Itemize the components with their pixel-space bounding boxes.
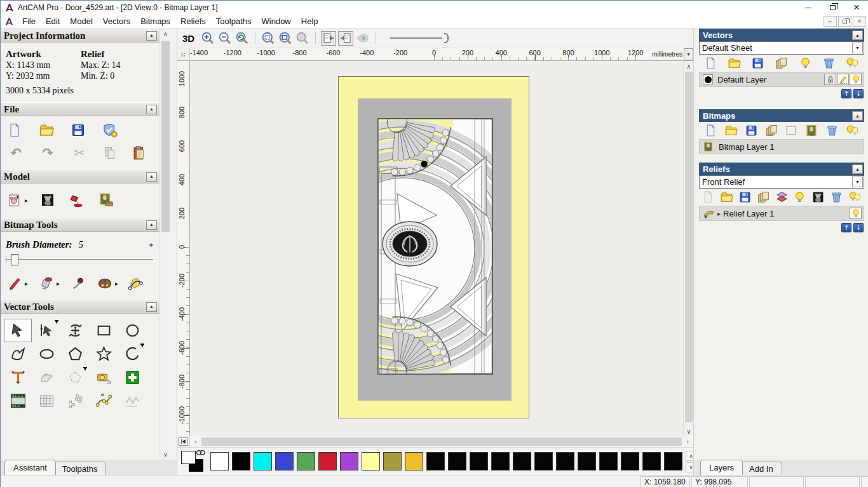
flyout-arrow-icon[interactable]: ▸ — [57, 280, 62, 287]
palette-colour-12[interactable] — [470, 452, 488, 470]
palette-colour-14[interactable] — [513, 452, 531, 470]
flyout-arrow-icon[interactable]: ▸ — [115, 280, 120, 287]
contrast-slider-handle[interactable] — [444, 33, 449, 43]
sheet-select[interactable]: Default Sheet ▼ — [699, 41, 864, 55]
flood-fill-icon[interactable] — [39, 276, 54, 291]
vector-layer-row[interactable]: Default Layer — [699, 72, 864, 87]
tab-addin[interactable]: Add In — [740, 462, 782, 475]
menu-edit[interactable]: Edit — [41, 15, 65, 27]
slider-handle[interactable] — [11, 254, 18, 265]
scroll-down-arrow[interactable]: ∨ — [160, 449, 171, 460]
save-layer-icon[interactable] — [745, 124, 758, 137]
lock-layer-button[interactable] — [824, 74, 836, 85]
paint-brush-icon[interactable] — [7, 276, 22, 291]
delete-layer-icon[interactable] — [825, 124, 839, 137]
palette-colour-2[interactable] — [254, 452, 272, 470]
collapse-button[interactable]: ▲ — [146, 31, 157, 41]
flyout-arrow-icon[interactable]: ▸ — [25, 197, 30, 204]
toggle-vector-visibility-button[interactable] — [338, 31, 353, 46]
create-circle-tool[interactable] — [118, 319, 146, 342]
zoom-selection-icon[interactable] — [261, 30, 276, 46]
palette-colour-13[interactable] — [491, 452, 510, 470]
bitmap-preview-icon[interactable] — [805, 124, 818, 137]
save-layer-icon[interactable] — [738, 190, 752, 204]
combine-relief-icon[interactable] — [775, 190, 789, 204]
new-layer-icon[interactable] — [704, 57, 717, 70]
restore-button[interactable] — [820, 1, 844, 15]
collapse-button[interactable]: ▲ — [146, 220, 157, 230]
create-rectangle-tool[interactable] — [90, 319, 118, 342]
measure-tool[interactable] — [90, 366, 118, 389]
zoom-fit-icon[interactable] — [278, 30, 293, 46]
scroll-right-arrow[interactable]: › — [683, 436, 692, 447]
set-model-size-icon[interactable] — [7, 192, 22, 208]
scroll-down-arrow[interactable]: ∨ — [684, 426, 694, 436]
bitmap-to-vector-icon[interactable] — [128, 276, 143, 291]
flyout-arrow-icon[interactable]: ▸ — [25, 280, 30, 287]
redo-icon[interactable]: ↷ — [39, 145, 57, 161]
menu-toolpaths[interactable]: Toolpaths — [211, 15, 257, 27]
palette-colour-21[interactable] — [664, 452, 682, 470]
palette-colour-11[interactable] — [448, 452, 466, 470]
palette-colour-18[interactable] — [599, 452, 618, 470]
open-layer-icon[interactable] — [724, 124, 738, 137]
palette-colour-20[interactable] — [642, 452, 661, 470]
light-setup-icon[interactable] — [69, 192, 85, 208]
chevron-down-icon[interactable]: ▼ — [852, 177, 863, 187]
delete-layer-icon[interactable] — [830, 190, 843, 204]
collapse-button[interactable]: ▲ — [146, 172, 157, 182]
toggle-all-layers-icon[interactable] — [848, 190, 862, 204]
menu-window[interactable]: Window — [257, 15, 296, 27]
copy-icon[interactable] — [102, 145, 118, 161]
menu-reliefs[interactable]: Reliefs — [175, 15, 211, 27]
collapse-button[interactable]: ▲ — [146, 302, 157, 312]
nesting-tool[interactable] — [118, 389, 146, 413]
tab-assistant[interactable]: Assistant — [4, 460, 56, 475]
scrollbar-thumb[interactable] — [685, 72, 693, 422]
save-model-icon[interactable] — [71, 123, 86, 138]
palette-colour-7[interactable] — [362, 452, 380, 470]
colour-palette-icon[interactable] — [97, 276, 112, 291]
delete-layer-icon[interactable] — [822, 57, 836, 70]
menu-file[interactable]: File — [17, 15, 41, 27]
create-text-tool[interactable] — [4, 366, 32, 389]
move-layer-down-button[interactable]: ↓ — [853, 223, 864, 232]
contrast-slider[interactable] — [390, 32, 449, 44]
toggle-all-layers-icon[interactable] — [846, 57, 859, 70]
palette-colour-19[interactable] — [621, 452, 639, 470]
menu-vectors[interactable]: Vectors — [98, 15, 135, 27]
toggle-all-layers-icon[interactable] — [846, 124, 859, 137]
scroll-up-arrow[interactable]: ∧ — [160, 29, 171, 39]
chevron-down-icon[interactable]: ▼ — [852, 43, 863, 53]
open-layer-icon[interactable] — [728, 57, 741, 70]
scrollbar-thumb[interactable] — [201, 437, 682, 446]
toggle-visibility-icon[interactable] — [793, 190, 806, 204]
envelope-distort-tool[interactable] — [32, 389, 60, 413]
open-layer-icon[interactable] — [720, 190, 733, 204]
palette-colour-0[interactable] — [210, 452, 229, 470]
snap-layer-button[interactable] — [837, 74, 849, 85]
wrap-text-tool[interactable] — [32, 366, 60, 389]
relief-select[interactable]: Front Relief ▼ — [699, 175, 864, 189]
palette-colour-1[interactable] — [232, 452, 250, 470]
menu-model[interactable]: Model — [65, 15, 97, 27]
create-polyline-tool[interactable] — [4, 342, 32, 366]
mdi-restore-button[interactable] — [838, 16, 851, 27]
texture-text-tool[interactable] — [4, 389, 32, 413]
primary-secondary-colour[interactable] — [180, 450, 206, 474]
palette-colour-3[interactable] — [275, 452, 294, 470]
move-layer-up-button[interactable]: ↑ — [841, 223, 851, 232]
undo-icon[interactable]: ↶ — [7, 145, 25, 161]
scroll-left-arrow[interactable]: ‹ — [191, 436, 200, 447]
merge-layers-icon[interactable] — [765, 124, 778, 137]
scroll-up-arrow[interactable]: ∧ — [684, 61, 694, 71]
tab-layers[interactable]: Layers — [700, 460, 743, 475]
units-dropdown-button[interactable]: ▼ — [684, 48, 693, 60]
open-model-icon[interactable] — [39, 123, 54, 138]
brush-diameter-slider[interactable] — [6, 253, 153, 267]
canvas-horizontal-scrollbar[interactable]: ‹ › — [190, 436, 693, 447]
pick-colour-icon[interactable] — [71, 276, 86, 291]
toggle-visibility-icon[interactable] — [799, 57, 812, 70]
move-layer-down-button[interactable]: ↓ — [853, 89, 864, 98]
canvas-vertical-scrollbar[interactable]: ∧ ∨ — [683, 61, 693, 436]
